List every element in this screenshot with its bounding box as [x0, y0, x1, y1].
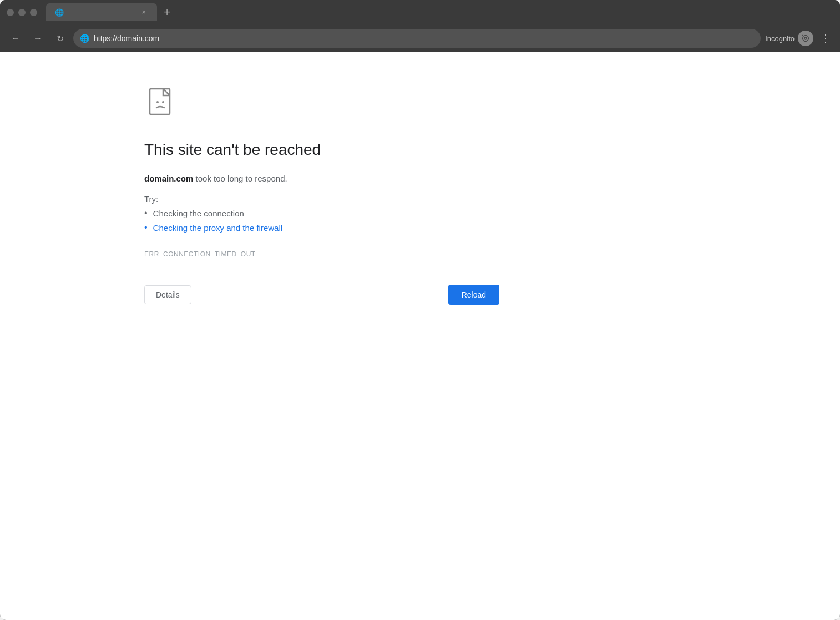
new-tab-button[interactable]: +: [159, 4, 175, 20]
error-title: This site can't be reached: [144, 141, 499, 159]
tab-favicon-icon: 🌐: [55, 8, 64, 17]
error-description-suffix: took too long to respond.: [193, 174, 287, 183]
suggestion-1-text: Checking the connection: [153, 209, 244, 218]
url-text: https://domain.com: [94, 34, 159, 43]
suggestion-2: Checking the proxy and the firewall: [144, 223, 499, 233]
reload-page-button[interactable]: Reload: [448, 285, 499, 305]
forward-button[interactable]: →: [29, 29, 47, 47]
suggestion-1: Checking the connection: [144, 208, 499, 218]
traffic-lights: [7, 9, 37, 16]
tab-close-button[interactable]: ×: [139, 8, 148, 17]
incognito-icon: [798, 31, 813, 46]
forward-icon: →: [33, 33, 42, 43]
error-container: This site can't be reached domain.com to…: [0, 52, 499, 338]
reload-button[interactable]: ↻: [51, 29, 69, 47]
error-icon: [144, 85, 499, 123]
error-code: ERR_CONNECTION_TIMED_OUT: [144, 250, 499, 258]
traffic-light-maximize[interactable]: [30, 9, 37, 16]
svg-point-1: [156, 101, 159, 103]
try-label: Try:: [144, 194, 499, 204]
proxy-firewall-link[interactable]: Checking the proxy and the firewall: [153, 223, 282, 233]
secure-icon: 🌐: [80, 34, 89, 43]
suggestions-list: Checking the connection Checking the pro…: [144, 208, 499, 233]
incognito-label: Incognito: [765, 34, 795, 43]
error-description: domain.com took too long to respond.: [144, 172, 499, 185]
active-tab[interactable]: 🌐 ×: [46, 3, 157, 21]
traffic-light-minimize[interactable]: [18, 9, 26, 16]
address-bar[interactable]: 🌐 https://domain.com: [73, 29, 761, 48]
back-icon: ←: [11, 33, 20, 43]
details-button[interactable]: Details: [144, 285, 191, 304]
tab-area: 🌐 × +: [46, 3, 833, 21]
traffic-light-close[interactable]: [7, 9, 14, 16]
menu-button[interactable]: ⋮: [818, 31, 833, 46]
svg-point-2: [162, 101, 164, 103]
title-bar: 🌐 × +: [0, 0, 840, 24]
incognito-badge: Incognito: [765, 31, 813, 46]
button-row: Details Reload: [144, 285, 499, 305]
toolbar: ← → ↻ 🌐 https://domain.com Incognito ⋮: [0, 24, 840, 52]
error-domain: domain.com: [144, 174, 193, 183]
browser-window: 🌐 × + ← → ↻ 🌐 https://domain.com Incogni…: [0, 0, 840, 620]
back-button[interactable]: ←: [7, 29, 24, 47]
reload-icon: ↻: [57, 33, 64, 44]
toolbar-right: Incognito ⋮: [765, 31, 833, 46]
page-content: This site can't be reached domain.com to…: [0, 52, 840, 620]
